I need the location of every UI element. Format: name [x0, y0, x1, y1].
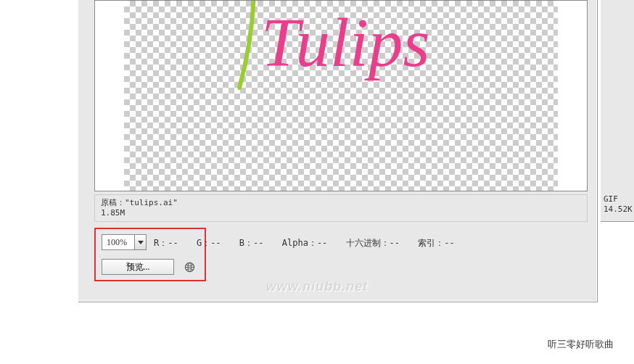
stem-icon: [239, 1, 254, 88]
artwork: Tulips: [218, 1, 464, 109]
original-size: 1.85M: [101, 208, 581, 218]
readout-hex: 十六进制：--: [346, 238, 400, 248]
readout-r: R：--: [154, 238, 178, 248]
original-info-bar: 原稿："tulips.ai" 1.85M: [94, 194, 588, 222]
logo-text: Tulips: [261, 4, 429, 81]
zoom-dropdown[interactable]: 100%: [102, 234, 147, 250]
zoom-value: 100%: [102, 237, 134, 248]
original-label: 原稿：: [101, 198, 125, 207]
browser-preview-button[interactable]: [181, 259, 197, 275]
right-info: GIF 14.52K: [604, 194, 633, 215]
canvas-viewport[interactable]: Tulips: [124, 1, 558, 191]
footer-caption: 听三零好听歌曲: [548, 338, 614, 351]
transparency-grid: Tulips: [124, 1, 558, 191]
readout-g: G：--: [197, 238, 221, 248]
right-format: GIF: [604, 194, 633, 204]
globe-icon: [184, 262, 195, 273]
chevron-down-icon: [138, 241, 144, 244]
color-readout: R：-- G：-- B：-- Alpha：-- 十六进制：-- 索引：--: [154, 237, 468, 249]
readout-b: B：--: [239, 238, 264, 248]
canvas-panel: Tulips: [94, 0, 588, 191]
preview-button[interactable]: 预览...: [102, 259, 174, 275]
zoom-dropdown-button[interactable]: [134, 235, 146, 249]
bottom-controls: 100% R：-- G：-- B：-- Alpha：-- 十六进制：-- 索引：…: [94, 228, 588, 293]
app-frame: Tulips 原稿："tulips.ai" 1.85M 100% R：-- G：…: [78, 0, 598, 302]
original-filename: "tulips.ai": [125, 198, 178, 207]
readout-index: 索引：--: [418, 238, 454, 248]
readout-alpha: Alpha：--: [282, 238, 328, 248]
right-preview-panel: GIF 14.52K: [601, 0, 634, 222]
right-size: 14.52K: [604, 204, 633, 215]
